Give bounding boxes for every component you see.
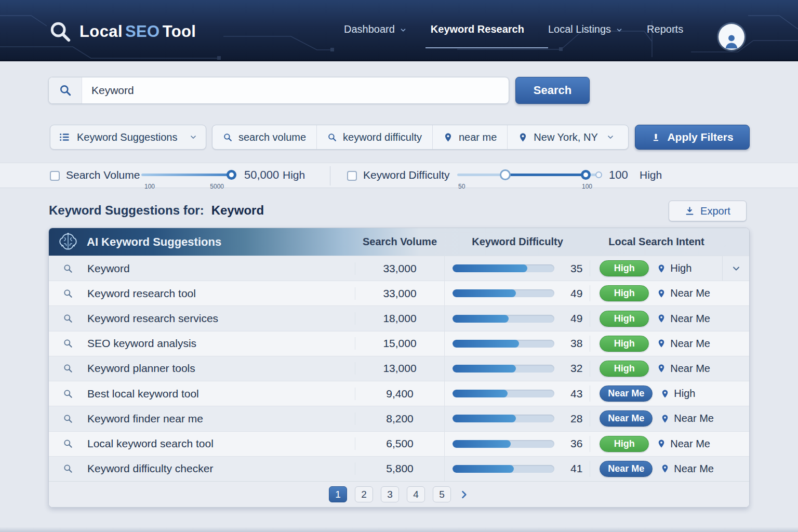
- chevron-down-icon: [400, 26, 407, 34]
- page-button-2[interactable]: 2: [355, 486, 373, 502]
- top-navbar: LocalSEOTool Dashboard Keyword Research …: [0, 0, 798, 61]
- location-pin-icon: [657, 363, 666, 374]
- export-button[interactable]: Export: [669, 201, 747, 221]
- expand-row-button[interactable]: [722, 256, 749, 281]
- search-volume-slider-handle[interactable]: [227, 170, 236, 180]
- table-row[interactable]: Keyword research tool 33,000 49 HighNear…: [49, 281, 749, 305]
- intent-badge: Near Me: [600, 385, 653, 402]
- keyword-cell: Keyword finder near me: [87, 413, 203, 425]
- difficulty-min-handle[interactable]: [500, 169, 511, 180]
- search-volume-cell: 18,000: [355, 312, 445, 325]
- keyword-difficulty-slider[interactable]: 50 100: [457, 169, 600, 183]
- search-volume-value: 50,000: [244, 168, 279, 182]
- nav-label: Reports: [647, 23, 683, 35]
- keyword-difficulty-level: High: [640, 169, 662, 181]
- location-pin-icon: [660, 463, 670, 474]
- suggestions-type-dropdown[interactable]: Keyword Suggestions: [50, 125, 206, 150]
- expand-row-button[interactable]: [722, 356, 749, 381]
- intent-pin-label: Near Me: [670, 438, 710, 450]
- difficulty-max-handle[interactable]: [581, 170, 591, 180]
- filter-chip-search-volume[interactable]: search volume: [212, 125, 317, 149]
- page-button-4[interactable]: 4: [407, 486, 425, 502]
- expand-row-button[interactable]: [722, 381, 749, 406]
- filter-chip-location[interactable]: New York, NY: [508, 125, 628, 149]
- search-icon: [63, 263, 73, 274]
- search-volume-checkbox[interactable]: [50, 171, 60, 181]
- keyword-cell: Keyword research services: [87, 312, 218, 325]
- nav-item-keyword-research[interactable]: Keyword Research: [431, 23, 524, 35]
- local-seo-tool-app: LocalSEOTool Dashboard Keyword Research …: [0, 0, 798, 532]
- user-icon: [723, 32, 740, 50]
- intent-badge: High: [600, 311, 649, 327]
- location-pin-icon: [657, 313, 666, 324]
- search-volume-cell: 33,000: [355, 287, 445, 300]
- keyword-difficulty-checkbox[interactable]: [347, 171, 357, 181]
- table-row[interactable]: Keyword research services 18,000 49 High…: [49, 305, 749, 330]
- intent-pin-label: Near Me: [674, 413, 714, 424]
- search-volume-slider-label: Search Volume: [66, 169, 140, 181]
- expand-row-button[interactable]: [722, 432, 749, 456]
- expand-row-button[interactable]: [722, 406, 749, 431]
- search-volume-slider[interactable]: 100 5000: [141, 169, 236, 183]
- search-volume-cell: 9,400: [355, 388, 445, 400]
- intent-badge: High: [600, 436, 649, 452]
- table-row[interactable]: Keyword difficulty checker 5,800 41 Near…: [49, 456, 749, 481]
- search-icon: [327, 132, 337, 142]
- expand-row-button[interactable]: [722, 281, 749, 305]
- difficulty-bar: [453, 289, 554, 297]
- search-volume-cell: 13,000: [355, 362, 445, 375]
- nav-item-local-listings[interactable]: Local Listings: [548, 23, 623, 35]
- slider-min-label: 50: [458, 183, 465, 190]
- page-button-5[interactable]: 5: [433, 486, 451, 502]
- apply-filters-button[interactable]: Apply Filters: [635, 125, 750, 150]
- nav-item-dashboard[interactable]: Dashboard: [344, 23, 407, 35]
- search-icon: [63, 414, 73, 424]
- slider-track[interactable]: [141, 174, 236, 176]
- keyword-cell: Local keyword search tool: [87, 437, 214, 450]
- intent-pin-label: Near Me: [670, 287, 710, 299]
- search-icon: [63, 313, 73, 324]
- chip-label: New York, NY: [534, 131, 597, 143]
- table-row[interactable]: Best local keyword tool 9,400 43 Near Me…: [49, 381, 749, 406]
- table-row[interactable]: Keyword finder near me 8,200 28 Near MeN…: [49, 406, 749, 431]
- intent-pin-label: Near Me: [670, 338, 710, 350]
- filter-chip-keyword-difficulty[interactable]: keyword difficulty: [317, 125, 433, 149]
- chevron-down-icon: [731, 263, 741, 274]
- page-button-3[interactable]: 3: [381, 486, 399, 502]
- keyword-cell: Keyword research tool: [87, 287, 196, 300]
- page-button-1[interactable]: 1: [329, 486, 347, 502]
- search-icon: [63, 389, 73, 399]
- app-logo[interactable]: LocalSEOTool: [48, 20, 196, 44]
- intent-pin: Near Me: [657, 338, 710, 350]
- intent-pin-label: High: [674, 388, 695, 400]
- table-row[interactable]: SEO keyword analysis 15,000 38 HighNear …: [49, 331, 749, 356]
- results-title: Keyword Suggestions for:Keyword: [49, 203, 264, 218]
- search-button[interactable]: Search: [515, 77, 590, 104]
- next-page-button[interactable]: [459, 489, 469, 500]
- expand-row-button[interactable]: [722, 306, 749, 330]
- user-avatar[interactable]: [719, 24, 744, 50]
- intent-badge: Near Me: [600, 461, 653, 477]
- table-row[interactable]: Keyword 33,000 35 HighHigh: [49, 256, 749, 281]
- keyword-search-input[interactable]: [82, 77, 509, 103]
- keyword-difficulty-slider-label: Keyword Difficulty: [363, 169, 450, 181]
- table-row[interactable]: Keyword planner tools 13,000 32 HighNear…: [49, 356, 749, 381]
- strip-divider: [330, 166, 330, 185]
- difficulty-bar: [453, 390, 554, 397]
- nav-item-reports[interactable]: Reports: [647, 23, 683, 35]
- intent-pin: Near Me: [657, 313, 710, 325]
- difficulty-bar: [453, 264, 554, 272]
- table-row[interactable]: Local keyword search tool 6,500 36 HighN…: [49, 431, 749, 456]
- difficulty-bar: [453, 440, 554, 448]
- chip-label: near me: [459, 131, 497, 143]
- expand-row-button[interactable]: [722, 457, 749, 481]
- dropdown-label: Keyword Suggestions: [77, 131, 177, 143]
- difficulty-value: 35: [563, 262, 582, 275]
- apply-filters-label: Apply Filters: [667, 131, 733, 143]
- intent-pin: Near Me: [657, 438, 710, 450]
- range-filter-strip: Search Volume 100 5000 50,000 High Keywo…: [0, 163, 798, 188]
- difficulty-bar: [453, 340, 554, 348]
- expand-row-button[interactable]: [722, 331, 749, 356]
- filter-chip-near-me[interactable]: near me: [433, 125, 508, 149]
- filter-chip-group: search volume keyword difficulty near me…: [212, 125, 629, 150]
